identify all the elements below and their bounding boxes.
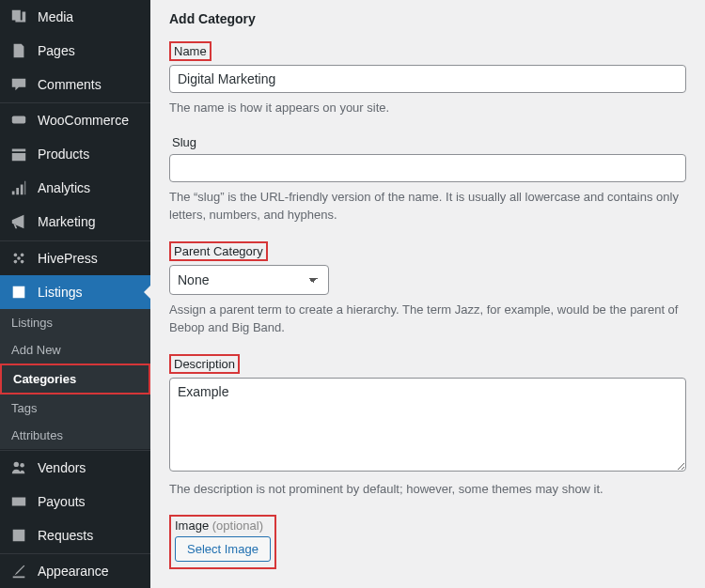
svg-point-7 [20, 463, 24, 468]
submenu-item-tags[interactable]: Tags [0, 395, 150, 422]
sidebar-item-label: Listings [38, 285, 82, 300]
svg-point-3 [14, 259, 18, 263]
sidebar-item-label: Pages [38, 43, 75, 58]
admin-sidebar: Media Pages Comments WooCommerce Product… [0, 0, 150, 588]
field-parent: Parent Category None Assign a parent ter… [169, 241, 686, 337]
svg-point-6 [14, 461, 19, 466]
submenu-item-attributes[interactable]: Attributes [0, 422, 150, 449]
description-help: The description is not prominent by defa… [169, 480, 686, 499]
select-image-button[interactable]: Select Image [175, 536, 271, 562]
products-icon [9, 145, 28, 163]
description-label: Description [169, 354, 240, 374]
comments-icon [9, 75, 28, 94]
hivepress-icon [9, 249, 28, 268]
sidebar-item-products[interactable]: Products [0, 137, 150, 171]
sidebar-item-analytics[interactable]: Analytics [0, 171, 150, 205]
field-slug: Slug The “slug” is the URL-friendly vers… [169, 134, 686, 224]
sidebar-item-label: Products [38, 147, 89, 162]
field-image: Image (optional) Select Image [169, 515, 686, 569]
sidebar-item-pages[interactable]: Pages [0, 34, 150, 68]
svg-point-4 [21, 259, 24, 263]
media-icon [9, 8, 28, 26]
svg-rect-0 [12, 116, 25, 124]
sidebar-item-payouts[interactable]: Payouts [0, 485, 150, 518]
analytics-icon [9, 178, 28, 197]
sidebar-item-label: Comments [38, 77, 102, 92]
sidebar-item-requests[interactable]: Requests [0, 518, 150, 552]
submenu-item-listings[interactable]: Listings [0, 309, 150, 336]
field-description: Description The description is not promi… [169, 354, 686, 499]
sidebar-item-vendors[interactable]: Vendors [0, 451, 150, 485]
payouts-icon [9, 492, 28, 511]
requests-icon [9, 526, 28, 545]
image-label: Image (optional) [175, 518, 263, 533]
svg-point-2 [21, 253, 24, 256]
slug-label: Slug [169, 134, 199, 150]
parent-select[interactable]: None [169, 265, 329, 295]
slug-help: The “slug” is the URL-friendly version o… [169, 188, 686, 224]
pages-icon [9, 41, 28, 60]
sidebar-item-label: Analytics [38, 180, 90, 195]
sidebar-item-listings[interactable]: Listings [0, 275, 150, 309]
appearance-icon [9, 562, 28, 580]
main-content: Add Category Name The name is how it app… [150, 0, 705, 588]
name-help: The name is how it appears on your site. [169, 99, 686, 117]
sidebar-item-label: Appearance [38, 564, 109, 579]
name-label: Name [169, 41, 212, 61]
sidebar-item-label: Media [38, 9, 73, 24]
submenu-item-categories[interactable]: Categories [0, 364, 150, 395]
sidebar-item-label: Vendors [38, 460, 86, 475]
listings-submenu: Listings Add New Categories Tags Attribu… [0, 309, 150, 449]
sidebar-item-woocommerce[interactable]: WooCommerce [0, 103, 150, 137]
field-name: Name The name is how it appears on your … [169, 41, 686, 117]
marketing-icon [9, 212, 28, 231]
sidebar-item-label: Marketing [38, 214, 95, 229]
name-input[interactable] [169, 65, 686, 93]
listings-icon [9, 283, 28, 302]
sidebar-item-appearance[interactable]: Appearance [0, 554, 150, 588]
page-title: Add Category [169, 11, 686, 26]
parent-label: Parent Category [169, 241, 268, 261]
vendors-icon [9, 458, 28, 477]
slug-input[interactable] [169, 154, 686, 182]
parent-help: Assign a parent term to create a hierarc… [169, 301, 686, 337]
sidebar-item-label: Requests [38, 528, 93, 543]
sidebar-item-comments[interactable]: Comments [0, 68, 150, 101]
sidebar-item-label: Payouts [38, 494, 86, 509]
sidebar-item-media[interactable]: Media [0, 0, 150, 34]
woocommerce-icon [9, 111, 28, 130]
description-textarea[interactable] [169, 378, 686, 472]
svg-point-5 [17, 256, 21, 260]
sidebar-item-label: WooCommerce [38, 113, 129, 128]
sidebar-item-hivepress[interactable]: HivePress [0, 241, 150, 275]
submenu-item-add-new[interactable]: Add New [0, 336, 150, 364]
sidebar-item-marketing[interactable]: Marketing [0, 205, 150, 239]
sidebar-item-label: HivePress [38, 251, 98, 266]
svg-point-1 [14, 253, 18, 256]
